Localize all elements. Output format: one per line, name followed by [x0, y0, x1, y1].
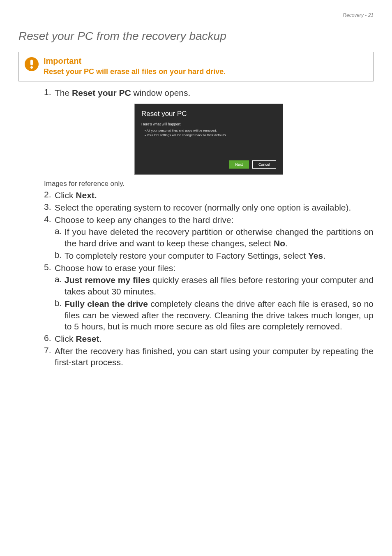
step-2-pre: Click [55, 190, 76, 200]
step-1-pre: The [55, 88, 72, 97]
step-7: 7. After the recovery has finished, you … [44, 345, 374, 368]
step-number: 6. [44, 333, 55, 343]
screenshot-wrapper: Reset your PC Here's what will happen: •… [44, 104, 374, 175]
dialog-button-row: Next Cancel [141, 160, 276, 169]
step-number: 5. [44, 262, 55, 272]
step-3-body: Select the operating system to recover (… [55, 202, 374, 213]
section-title: Reset your PC from the recovery backup [18, 30, 374, 43]
next-button[interactable]: Next [229, 160, 249, 169]
step-number: 3. [44, 202, 55, 212]
sub-letter: b. [55, 298, 65, 308]
dialog-bullet-2: Your PC settings will be changed back to… [147, 133, 227, 137]
dialog-subtitle: Here's what will happen: [141, 122, 276, 126]
sub-letter: a. [55, 226, 65, 236]
step-4a: a. If you have deleted the recovery part… [55, 226, 374, 249]
important-callout: Important Reset your PC will erase all f… [18, 52, 374, 81]
step-5-body: Choose how to erase your files: [55, 262, 374, 274]
cancel-button[interactable]: Cancel [252, 160, 276, 169]
step-5: 5. Choose how to erase your files: [44, 262, 374, 274]
step-4b-bold: Yes [308, 251, 323, 260]
step-number: 1. [44, 87, 55, 97]
step-4b-pre: To completely restore your computer to F… [65, 251, 308, 260]
step-7-body: After the recovery has finished, you can… [55, 345, 374, 368]
breadcrumb: Recovery - 21 [343, 12, 374, 18]
step-3: 3. Select the operating system to recove… [44, 202, 374, 213]
step-4-body: Choose to keep any changes to the hard d… [55, 214, 374, 226]
step-4a-pre: If you have deleted the recovery partiti… [65, 227, 374, 248]
step-number: 2. [44, 190, 55, 199]
reset-pc-dialog: Reset your PC Here's what will happen: •… [134, 104, 283, 175]
callout-title: Important [44, 56, 226, 66]
step-number: 7. [44, 345, 55, 355]
step-6-pre: Click [55, 334, 76, 343]
step-2-bold: Next. [76, 190, 97, 200]
step-4a-post: . [285, 239, 288, 248]
sub-letter: a. [55, 274, 65, 284]
sub-letter: b. [55, 250, 65, 260]
step-1-post: window opens. [131, 88, 191, 97]
dialog-bullets: • All your personal files and apps will … [141, 129, 276, 138]
dialog-bullet-1: All your personal files and apps will be… [147, 129, 217, 132]
step-5b-bold: Fully clean the drive [65, 299, 148, 308]
callout-body: Reset your PC will erase all files on yo… [44, 67, 226, 76]
step-number: 4. [44, 214, 55, 224]
step-6: 6. Click Reset. [44, 333, 374, 345]
step-5b: b. Fully clean the drive completely clea… [55, 298, 374, 332]
page-header: Recovery - 21 [18, 12, 374, 18]
callout-text: Important Reset your PC will erase all f… [44, 56, 226, 76]
step-6-bold: Reset [76, 334, 99, 343]
step-4b-post: . [323, 251, 325, 260]
reference-caption: Images for reference only. [44, 180, 374, 188]
step-1-bold: Reset your PC [72, 88, 131, 97]
step-2: 2. Click Next. [44, 190, 374, 201]
step-1: 1. The Reset your PC window opens. [44, 87, 374, 99]
content-area: 1. The Reset your PC window opens. Reset… [18, 87, 374, 368]
step-4a-bold: No [274, 239, 285, 248]
step-5a: a. Just remove my files quickly erases a… [55, 274, 374, 297]
dialog-title: Reset your PC [141, 110, 276, 118]
step-5a-bold: Just remove my files [65, 275, 150, 285]
step-4b: b. To completely restore your computer t… [55, 250, 374, 262]
step-4: 4. Choose to keep any changes to the har… [44, 214, 374, 226]
step-6-post: . [99, 334, 102, 343]
warning-icon [25, 57, 39, 71]
